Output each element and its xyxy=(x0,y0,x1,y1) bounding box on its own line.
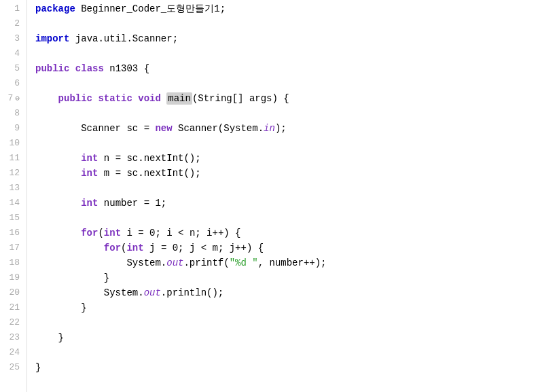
code-line-21: } xyxy=(35,300,555,315)
line-number-21: 21 xyxy=(7,300,20,315)
code-line-17: for(int j = 0; j < m; j++) { xyxy=(35,240,555,255)
token: System. xyxy=(35,255,166,270)
fold-indicator[interactable]: ⊖ xyxy=(15,91,20,106)
token: } xyxy=(35,300,87,315)
line-number-7: 7⊖ xyxy=(7,91,20,106)
code-line-25: } xyxy=(35,360,555,375)
token: , number++); xyxy=(258,255,327,270)
code-line-5: public class n1303 { xyxy=(35,61,555,76)
code-line-2 xyxy=(35,16,555,31)
token: new xyxy=(155,121,172,136)
line-number-4: 4 xyxy=(7,46,20,61)
token: out xyxy=(144,285,161,300)
token xyxy=(92,91,98,106)
code-content[interactable]: package Beginner_Coder_도형만들기1; import ja… xyxy=(27,0,555,392)
token xyxy=(35,196,81,211)
line-number-8: 8 xyxy=(7,106,20,121)
token: ( xyxy=(98,226,103,240)
token xyxy=(35,226,81,240)
token: (String[] args) { xyxy=(192,91,289,106)
token: System. xyxy=(35,285,144,300)
line-number-2: 2 xyxy=(7,16,20,31)
token: } xyxy=(35,270,109,285)
line-number-20: 20 xyxy=(7,285,20,300)
token: import xyxy=(35,31,69,46)
code-line-1: package Beginner_Coder_도형만들기1; xyxy=(35,1,555,16)
line-number-11: 11 xyxy=(7,151,20,166)
token: ); xyxy=(275,121,287,136)
token: j = 0; j < m; j++) { xyxy=(144,240,264,255)
token: class xyxy=(75,61,104,76)
code-line-10 xyxy=(35,136,555,151)
line-number-17: 17 xyxy=(7,240,20,255)
token: "%d " xyxy=(230,255,258,270)
token: int xyxy=(81,196,98,211)
token: int xyxy=(81,166,98,181)
token: out xyxy=(166,255,183,270)
code-line-23: } xyxy=(35,330,555,345)
line-number-22: 22 xyxy=(7,315,20,330)
token: int xyxy=(126,240,143,255)
token: Scanner(System. xyxy=(173,121,264,136)
token: void xyxy=(138,91,161,106)
token: package xyxy=(35,1,75,16)
code-line-18: System.out.printf("%d ", number++); xyxy=(35,255,555,270)
line-number-5: 5 xyxy=(7,61,20,76)
token: public xyxy=(35,61,69,76)
code-line-22 xyxy=(35,315,555,330)
token xyxy=(35,151,81,166)
token: n1303 { xyxy=(104,61,149,76)
main-token: main xyxy=(166,92,192,105)
token xyxy=(35,91,58,106)
token: Beginner_Coder_도형만들기1; xyxy=(75,1,226,16)
token: number = 1; xyxy=(98,196,166,211)
token: static xyxy=(98,91,132,106)
token: i = 0; i < n; i++) { xyxy=(121,226,240,240)
line-numbers: 1234567⊖89101112131415161718192021222324… xyxy=(0,0,27,392)
line-number-15: 15 xyxy=(7,211,20,226)
token: in xyxy=(264,121,275,136)
code-line-9: Scanner sc = new Scanner(System.in); xyxy=(35,121,555,136)
token: for xyxy=(81,226,98,240)
code-line-13 xyxy=(35,181,555,196)
line-number-23: 23 xyxy=(7,330,20,345)
token: Scanner sc = xyxy=(35,121,155,136)
line-number-13: 13 xyxy=(7,181,20,196)
code-line-6 xyxy=(35,76,555,91)
token: } xyxy=(35,330,64,345)
line-number-9: 9 xyxy=(7,121,20,136)
code-line-16: for(int i = 0; i < n; i++) { xyxy=(35,226,555,240)
token: n = sc.nextInt(); xyxy=(98,151,200,166)
token: .printf( xyxy=(183,255,229,270)
token: } xyxy=(35,360,41,375)
line-number-19: 19 xyxy=(7,270,20,285)
token: m = sc.nextInt(); xyxy=(98,166,200,181)
line-number-14: 14 xyxy=(7,196,20,211)
code-line-12: int m = sc.nextInt(); xyxy=(35,166,555,181)
line-number-1: 1 xyxy=(7,1,20,16)
token xyxy=(69,61,75,76)
line-number-25: 25 xyxy=(7,360,20,375)
code-line-15 xyxy=(35,211,555,226)
line-number-24: 24 xyxy=(7,345,20,360)
code-editor: 1234567⊖89101112131415161718192021222324… xyxy=(0,0,555,392)
code-line-4 xyxy=(35,46,555,61)
token: ( xyxy=(121,240,126,255)
line-number-3: 3 xyxy=(7,31,20,46)
token: .println(); xyxy=(161,285,223,300)
code-line-3: import java.util.Scanner; xyxy=(35,31,555,46)
token: for xyxy=(104,240,121,255)
token xyxy=(161,91,166,106)
token: public xyxy=(58,91,92,106)
line-number-16: 16 xyxy=(7,226,20,240)
token xyxy=(35,166,81,181)
line-number-18: 18 xyxy=(7,255,20,270)
code-line-7: public static void main(String[] args) { xyxy=(35,91,555,106)
code-line-24 xyxy=(35,345,555,360)
line-number-6: 6 xyxy=(7,76,20,91)
token: int xyxy=(104,226,121,240)
code-line-20: System.out.println(); xyxy=(35,285,555,300)
token xyxy=(132,91,138,106)
line-number-10: 10 xyxy=(7,136,20,151)
code-line-8 xyxy=(35,106,555,121)
